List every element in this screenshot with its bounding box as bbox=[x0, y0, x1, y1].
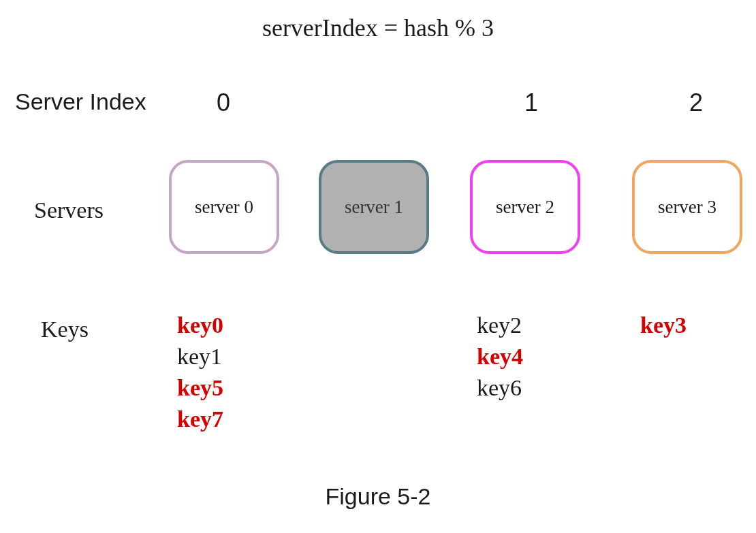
keys-column-2: key2 key4 key6 bbox=[477, 310, 523, 404]
label-servers: Servers bbox=[34, 197, 104, 223]
server-index-1: 1 bbox=[524, 88, 538, 117]
label-server-index: Server Index bbox=[15, 88, 146, 115]
server-label: server 1 bbox=[345, 197, 403, 218]
server-box-1: server 1 bbox=[319, 160, 429, 254]
key-item: key1 bbox=[177, 341, 223, 372]
server-label: server 2 bbox=[496, 197, 554, 218]
label-keys: Keys bbox=[41, 317, 89, 342]
server-label: server 3 bbox=[658, 197, 716, 218]
server-box-0: server 0 bbox=[169, 160, 279, 254]
key-item: key3 bbox=[640, 310, 687, 341]
key-item: key0 bbox=[177, 310, 223, 341]
server-index-2: 2 bbox=[689, 88, 703, 117]
key-item: key2 bbox=[477, 310, 523, 341]
hash-formula: serverIndex = hash % 3 bbox=[0, 14, 756, 42]
key-item: key5 bbox=[177, 372, 223, 404]
keys-column-0: key0 key1 key5 key7 bbox=[177, 310, 223, 435]
keys-column-3: key3 bbox=[640, 310, 687, 341]
figure-caption: Figure 5-2 bbox=[0, 483, 756, 510]
server-index-0: 0 bbox=[217, 88, 230, 117]
server-box-3: server 3 bbox=[632, 160, 742, 254]
key-item: key6 bbox=[477, 372, 523, 404]
key-item: key4 bbox=[477, 341, 523, 372]
server-box-2: server 2 bbox=[470, 160, 580, 254]
key-item: key7 bbox=[177, 404, 223, 435]
server-label: server 0 bbox=[195, 197, 253, 218]
